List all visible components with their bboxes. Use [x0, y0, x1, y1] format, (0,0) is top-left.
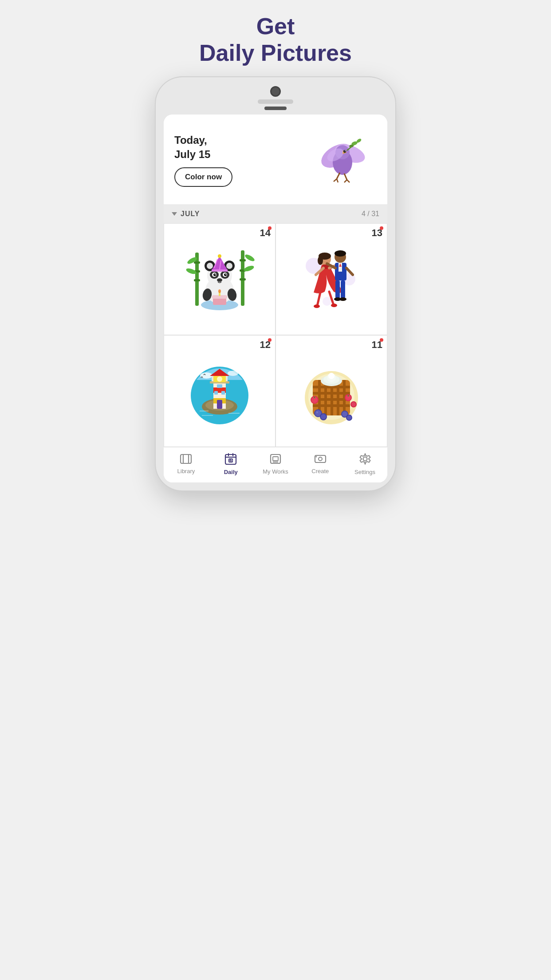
section-count: 4 / 31: [362, 210, 379, 218]
svg-text:15: 15: [229, 459, 232, 462]
bird-svg: [312, 129, 374, 191]
color-now-button[interactable]: Color now: [174, 167, 232, 187]
panda-svg: [184, 244, 255, 315]
svg-point-42: [224, 273, 227, 276]
home-indicator: [264, 107, 287, 110]
svg-point-6: [345, 150, 346, 151]
svg-point-149: [363, 457, 367, 461]
svg-rect-97: [221, 391, 225, 395]
svg-point-80: [331, 304, 337, 307]
screen: Today, July 15 Color now: [164, 115, 387, 482]
svg-point-125: [347, 415, 351, 420]
nav-item-myworks[interactable]: My Works: [253, 450, 298, 478]
svg-line-77: [317, 292, 320, 306]
nav-label-settings: Settings: [354, 469, 375, 475]
triangle-down-icon: [172, 212, 177, 216]
svg-rect-134: [181, 454, 191, 463]
svg-point-133: [351, 402, 356, 407]
nav-item-create[interactable]: Create: [298, 450, 342, 478]
library-icon: [180, 454, 192, 466]
svg-point-28: [244, 253, 255, 262]
svg-rect-47: [212, 269, 228, 272]
section-month: JULY: [172, 210, 200, 218]
grid-item-12[interactable]: 12: [164, 335, 276, 447]
svg-point-41: [213, 273, 216, 276]
svg-line-14: [337, 179, 338, 182]
nav-item-library[interactable]: Library: [164, 450, 209, 478]
svg-rect-72: [341, 281, 345, 298]
svg-point-36: [226, 263, 232, 269]
bottom-nav: Library 15 Daily: [164, 447, 387, 482]
svg-rect-19: [194, 261, 200, 264]
svg-point-67: [335, 250, 346, 257]
dancers-svg: [296, 244, 367, 315]
grid-item-14[interactable]: 14: [164, 223, 276, 335]
svg-point-59: [323, 297, 331, 306]
svg-point-148: [315, 456, 317, 457]
settings-icon: [359, 453, 371, 467]
svg-rect-96: [214, 391, 218, 395]
day-badge-11: 11: [372, 339, 382, 351]
daily-header: Today, July 15 Color now: [164, 115, 387, 205]
day-badge-12: 12: [260, 339, 271, 351]
page-title: Get Daily Pictures: [173, 13, 378, 67]
svg-point-119: [316, 411, 318, 413]
svg-rect-89: [217, 400, 222, 409]
phone-frame: Today, July 15 Color now: [156, 77, 395, 490]
svg-line-16: [347, 180, 350, 182]
camera: [270, 86, 281, 97]
daily-bird-image: [310, 127, 377, 194]
svg-rect-27: [240, 278, 246, 281]
svg-point-116: [328, 373, 335, 379]
svg-point-44: [225, 274, 226, 275]
nav-label-myworks: My Works: [263, 468, 288, 475]
svg-point-79: [314, 304, 320, 308]
section-header[interactable]: JULY 4 / 31: [164, 205, 387, 223]
grid-item-13[interactable]: 13: [276, 223, 387, 335]
nav-item-daily[interactable]: 15 Daily: [209, 450, 253, 478]
nav-label-create: Create: [311, 468, 329, 474]
daily-icon: 15: [224, 453, 237, 467]
svg-rect-24: [241, 250, 244, 306]
svg-rect-71: [335, 281, 340, 298]
svg-point-94: [217, 376, 222, 382]
nav-label-library: Library: [177, 468, 195, 474]
daily-date: Today, July 15: [174, 133, 232, 161]
grid-item-11[interactable]: 11: [276, 335, 387, 447]
phone-top: [164, 86, 387, 110]
nav-label-daily: Daily: [224, 469, 238, 475]
svg-point-5: [343, 150, 346, 153]
svg-rect-144: [273, 457, 278, 461]
lighthouse-svg: [184, 356, 255, 427]
svg-point-121: [321, 414, 326, 419]
nav-item-settings[interactable]: Settings: [342, 450, 387, 478]
svg-line-12: [344, 174, 347, 180]
svg-point-45: [217, 278, 222, 282]
waffle-svg: [296, 356, 367, 427]
svg-point-43: [215, 274, 216, 275]
daily-info: Today, July 15 Color now: [174, 133, 232, 186]
svg-line-13: [334, 179, 337, 182]
svg-point-54: [218, 289, 221, 293]
svg-rect-25: [240, 259, 246, 261]
create-icon: [314, 454, 327, 466]
svg-point-62: [318, 256, 323, 265]
pictures-grid: 14: [164, 223, 387, 447]
svg-rect-90: [217, 384, 222, 388]
svg-rect-21: [194, 279, 200, 281]
svg-point-74: [339, 297, 346, 301]
speaker: [258, 99, 293, 104]
svg-point-48: [218, 254, 221, 258]
svg-point-35: [207, 263, 213, 269]
myworks-icon: [269, 453, 282, 466]
day-badge-13: 13: [372, 227, 382, 239]
svg-point-147: [319, 457, 322, 461]
svg-point-83: [228, 371, 238, 376]
svg-line-15: [344, 180, 347, 182]
day-badge-14: 14: [260, 227, 271, 239]
